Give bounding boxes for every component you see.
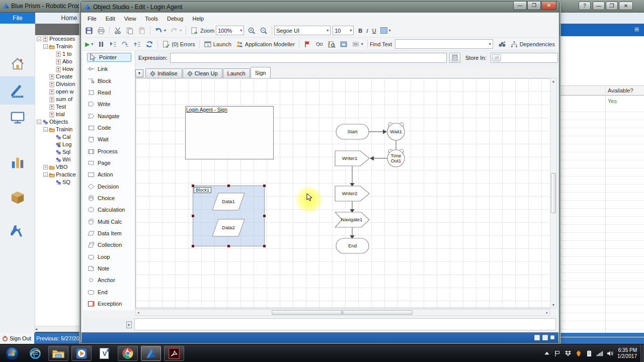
maximize-icon[interactable]: ❐: [606, 2, 618, 10]
hamburger-icon[interactable]: ≡: [634, 26, 639, 33]
selection-handle[interactable]: [227, 185, 230, 187]
menu-tools[interactable]: Tools: [140, 14, 163, 24]
palette-item-collection[interactable]: Collection: [87, 240, 135, 249]
palette-item-note[interactable]: Note: [87, 264, 135, 273]
bold-button[interactable]: B: [357, 27, 364, 35]
palette-item-action[interactable]: Action: [87, 170, 135, 179]
sign-out-button[interactable]: Sign Out: [0, 333, 34, 344]
zoom-in-button[interactable]: [246, 26, 257, 36]
tree-item-open-w[interactable]: open w: [35, 88, 80, 96]
menu-debug[interactable]: Debug: [163, 14, 188, 24]
palette-item-choice[interactable]: Choice: [87, 194, 135, 203]
step-out-button[interactable]: [132, 39, 143, 49]
minimize-icon[interactable]: —: [513, 2, 527, 10]
flow-canvas[interactable]: Login Agent - Sign Block1 Start Wait1 Wr…: [135, 78, 551, 308]
tree-expander-expand[interactable]: +: [43, 165, 48, 169]
palette-item-page[interactable]: Page: [87, 158, 135, 167]
taskbar-app-start[interactable]: [2, 346, 22, 361]
palette-item-pointer[interactable]: Pointer: [87, 53, 131, 62]
tray-clipboard[interactable]: [586, 350, 593, 357]
palette-item-wait[interactable]: Wait: [87, 135, 135, 144]
palette-item-calculation[interactable]: Calculation: [87, 205, 135, 214]
tree-item-how[interactable]: How: [35, 65, 80, 73]
tree-item-cal[interactable]: Cal: [35, 133, 80, 141]
palette-item-multi-calc[interactable]: Multi Calc: [87, 217, 135, 226]
undo-button[interactable]: ▾: [153, 26, 168, 36]
close-icon[interactable]: ✕: [541, 2, 556, 10]
status-icon-2[interactable]: [542, 335, 548, 340]
status-icon-1[interactable]: [534, 335, 540, 340]
font-select[interactable]: Segoe UI▾: [274, 26, 331, 35]
tray-dropbox[interactable]: [565, 350, 572, 357]
selection-handle[interactable]: [263, 185, 266, 187]
tree-item-sum-of[interactable]: sum of: [35, 96, 80, 103]
nav-rail-control[interactable]: [0, 103, 35, 131]
selection-handle[interactable]: [192, 185, 194, 187]
dependencies-button[interactable]: Dependencies: [509, 39, 556, 49]
store-in-input[interactable]: [491, 53, 558, 63]
palette-item-navigate[interactable]: Navigate: [87, 112, 135, 121]
block-label[interactable]: Block1: [194, 187, 211, 193]
tray-tray-expand[interactable]: [543, 350, 550, 357]
tree-item-trainin[interactable]: –Trainin: [35, 43, 80, 50]
zoom-out-button[interactable]: [258, 26, 269, 36]
tree-expander-collapse[interactable]: –: [37, 37, 41, 41]
palette-item-decision[interactable]: Decision: [87, 182, 135, 191]
canvas-hscrollbar[interactable]: ◂ ☰ ▸: [135, 309, 550, 316]
underline-button[interactable]: U: [371, 27, 378, 35]
data2-label[interactable]: Data2: [212, 219, 245, 236]
zoom-select[interactable]: 100%▾: [216, 26, 244, 35]
print-button[interactable]: [96, 26, 107, 36]
taskbar-app-acrobat[interactable]: [164, 346, 184, 361]
tree-item-objects[interactable]: –Objects: [35, 118, 80, 126]
taskbar-app-wmp[interactable]: [71, 346, 92, 361]
tree-item-log[interactable]: Log: [35, 141, 80, 148]
palette-item-exception[interactable]: Exception: [87, 299, 135, 308]
taskbar-app-blueprism[interactable]: [141, 346, 161, 361]
tray-clock[interactable]: 6:35 PM 1/2/2017: [617, 347, 640, 359]
launch-button[interactable]: Launch: [202, 39, 233, 49]
search-button[interactable]: [326, 39, 337, 49]
tray-antivirus[interactable]: [575, 350, 582, 357]
vscroll-thumb[interactable]: [551, 173, 556, 213]
selection-handle[interactable]: [227, 245, 230, 247]
tree-expander-collapse[interactable]: –: [43, 44, 48, 49]
font-color-button[interactable]: ▾: [379, 26, 392, 35]
application-modeller-button[interactable]: Application Modeller: [234, 39, 296, 49]
nav-rail-system[interactable]: [0, 217, 35, 245]
watch-button[interactable]: [314, 39, 325, 49]
tree-expander-collapse[interactable]: –: [43, 172, 48, 177]
step-over-button[interactable]: [120, 39, 131, 49]
breakpoint-button[interactable]: [302, 39, 313, 49]
tree-item-vbo[interactable]: +VBO: [35, 163, 80, 171]
errors-button[interactable]: (0) Errors: [160, 39, 196, 49]
selection-handle[interactable]: [192, 245, 194, 247]
palette-item-anchor[interactable]: Anchor: [87, 276, 135, 285]
palette-item-code[interactable]: Code: [87, 123, 135, 132]
node-wait1-label[interactable]: Wait1: [387, 127, 405, 137]
reset-button[interactable]: [144, 39, 155, 49]
tree-item-practice[interactable]: –Practice: [35, 171, 80, 178]
taskbar-app-chrome[interactable]: [118, 346, 138, 361]
show-desktop-button[interactable]: [640, 344, 644, 362]
selection-handle[interactable]: [263, 245, 266, 247]
tree-item-wri[interactable]: Wri: [35, 156, 80, 163]
tab-list-dropdown[interactable]: ▼: [135, 69, 143, 77]
data1-label[interactable]: Data1: [212, 193, 245, 210]
tree-item-create[interactable]: Create: [35, 73, 80, 80]
minimize-icon[interactable]: —: [593, 2, 605, 10]
tree-expander-collapse[interactable]: –: [43, 127, 48, 132]
note-shape[interactable]: [186, 107, 274, 159]
taskbar-app-ie[interactable]: [25, 346, 45, 361]
page-tab-sign[interactable]: Sign: [251, 67, 271, 78]
tray-actioncenter-flag[interactable]: [554, 350, 561, 357]
font-size-select[interactable]: 10▾: [333, 26, 354, 35]
nav-rail-home[interactable]: [0, 50, 35, 78]
tree-item-1-to[interactable]: 1 to: [35, 50, 80, 58]
help-button[interactable]: ?: [579, 2, 591, 10]
page-tab-initialise[interactable]: Initialise: [145, 68, 182, 78]
taskbar-app-visio[interactable]: V: [95, 346, 115, 361]
node-navigate1-label[interactable]: Navigate1: [336, 212, 367, 227]
node-writer2-label[interactable]: Writer2: [335, 186, 364, 201]
palette-item-block[interactable]: Block: [87, 76, 135, 85]
